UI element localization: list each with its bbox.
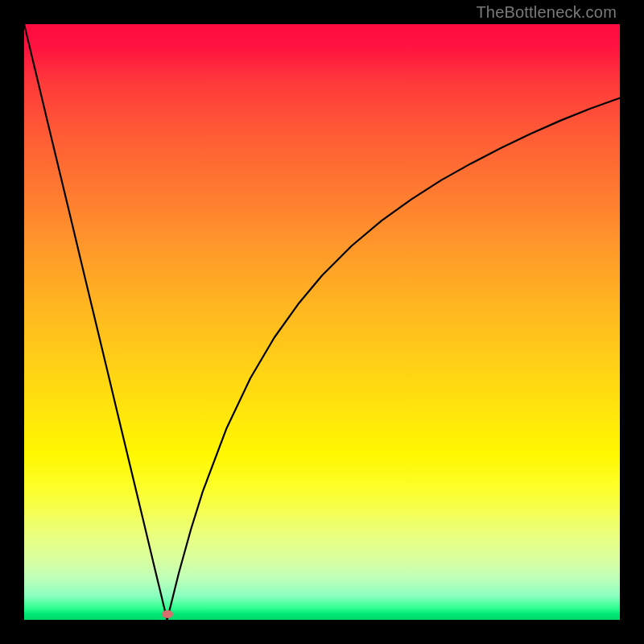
curve-left-branch [24,24,167,620]
watermark-text: TheBottleneck.com [476,3,617,22]
bottleneck-curve [24,24,620,620]
minimum-marker [162,610,173,618]
curve-right-branch [167,98,620,620]
